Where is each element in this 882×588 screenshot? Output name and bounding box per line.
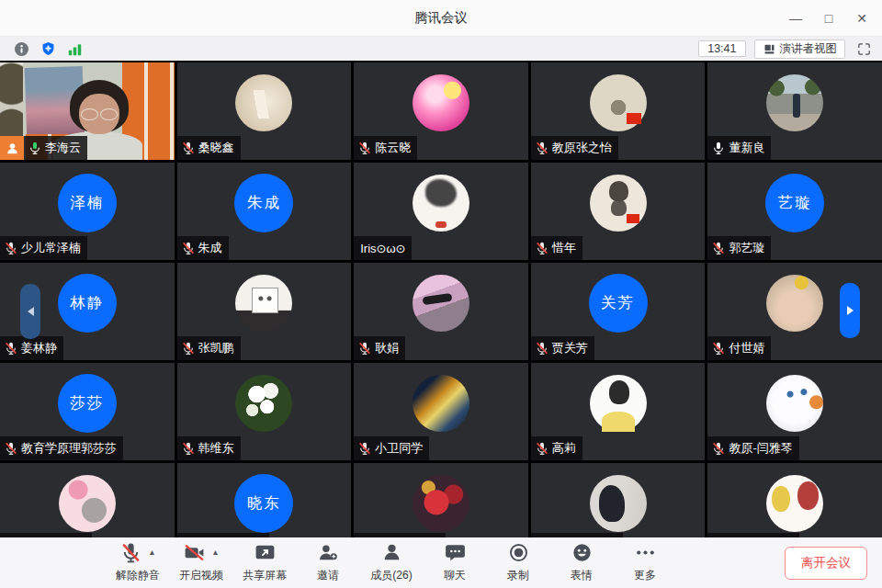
mic-muted-icon (357, 141, 372, 155)
mic-muted-icon (357, 441, 372, 456)
avatar (590, 475, 647, 532)
share-screen-button[interactable]: 共享屏幕 (239, 542, 290, 583)
emoji-button[interactable]: 表情 (556, 542, 607, 583)
participant-tile[interactable] (0, 463, 175, 537)
record-icon (507, 541, 530, 568)
participant-name: 朱成 (198, 240, 222, 256)
name-label-row: 高莉 (531, 436, 582, 460)
participant-name: 教育学原理郭莎莎 (21, 440, 117, 457)
info-icon[interactable] (13, 40, 30, 58)
security-shield-icon[interactable] (40, 40, 57, 58)
unmute-label: 解除静音 (116, 568, 160, 583)
name-label-row: 朱成 (177, 236, 229, 260)
start-video-button[interactable]: ▲开启视频 (175, 542, 227, 583)
avatar (590, 74, 647, 131)
members-button[interactable]: 成员(26) (366, 542, 417, 583)
avatar (413, 275, 469, 332)
name-label-row: 教原张之怡 (531, 136, 618, 160)
participant-tile[interactable]: 教原张之怡 (531, 62, 706, 160)
more-button[interactable]: 更多 (619, 542, 671, 583)
participant-tile[interactable]: 泽楠少儿常泽楠 (0, 163, 175, 260)
participant-tile[interactable]: 晓东 (177, 463, 352, 537)
name-label-row: 李海云 (0, 136, 87, 160)
top-toolbar: 13:41 演讲者视图 (0, 37, 882, 61)
participant-name: 陈云晓 (375, 140, 411, 156)
participant-tile[interactable]: 莎莎教育学原理郭莎莎 (0, 363, 175, 460)
avatar (590, 375, 647, 432)
maximize-button[interactable]: □ (812, 0, 845, 36)
participant-name: 姜林静 (21, 340, 57, 356)
topbar-right: 13:41 演讲者视图 (698, 40, 873, 59)
participant-tile[interactable]: 耿娟 (354, 263, 528, 360)
avatar (766, 375, 823, 432)
avatar (766, 275, 823, 332)
participant-tile[interactable]: 关芳贾关芳 (531, 263, 706, 360)
more-icon (634, 541, 657, 568)
participant-tile[interactable]: 张凯鹏 (177, 263, 352, 360)
meeting-window: 腾讯会议 — □ ✕ 13:41 演讲者视图 李海云桑 (0, 0, 882, 588)
avatar: 艺璇 (765, 174, 824, 232)
name-label-row: 教原-闫雅琴 (707, 436, 798, 460)
pager-next-button[interactable] (840, 283, 860, 338)
participant-tile[interactable]: 桑晓鑫 (177, 62, 352, 160)
name-label-row: 惜年 (531, 236, 582, 260)
participant-name: 耿娟 (375, 340, 399, 356)
mic-muted-icon (711, 241, 726, 255)
participant-tile[interactable] (531, 463, 706, 537)
participant-tile[interactable]: 高莉 (531, 363, 706, 460)
participant-tile[interactable]: 陈云晓 (354, 62, 528, 160)
chat-icon (444, 541, 467, 568)
start-video-options-caret[interactable]: ▲ (211, 548, 219, 557)
participant-tile[interactable]: 李海云 (0, 62, 175, 160)
window-title: 腾讯会议 (0, 9, 882, 27)
mic-muted-icon (535, 441, 549, 456)
mic-muted-icon (181, 141, 196, 155)
participant-name: 小卫同学 (375, 440, 423, 457)
chat-button[interactable]: 聊天 (429, 542, 481, 583)
chat-label: 聊天 (444, 568, 466, 583)
participant-tile[interactable] (707, 463, 882, 537)
participant-name: 付世婧 (729, 340, 764, 356)
avatar: 朱成 (234, 174, 293, 232)
participant-tile[interactable]: 教原-闫雅琴 (707, 363, 882, 460)
video-grid: 李海云桑晓鑫陈云晓教原张之怡董新良泽楠少儿常泽楠朱成朱成Iris⊙ω⊙惜年艺璇郭… (0, 61, 882, 537)
close-button[interactable]: ✕ (845, 0, 878, 36)
speaker-view-button[interactable]: 演讲者视图 (754, 40, 846, 59)
participant-name: Iris⊙ω⊙ (360, 242, 405, 255)
record-button[interactable]: 录制 (492, 542, 544, 583)
participant-name: 董新良 (729, 140, 764, 156)
participant-tile[interactable]: 韩维东 (177, 363, 352, 460)
participant-tile[interactable]: 朱成朱成 (177, 163, 352, 260)
members-icon (380, 541, 403, 568)
minimize-button[interactable]: — (779, 0, 812, 36)
mic-muted-icon (4, 441, 18, 456)
participant-tile[interactable]: 董新良 (707, 62, 882, 160)
unmute-button[interactable]: ▲解除静音 (112, 542, 164, 583)
pager-previous-button[interactable] (20, 284, 40, 339)
speaker-view-label: 演讲者视图 (780, 41, 838, 57)
avatar (413, 475, 469, 532)
unmute-options-caret[interactable]: ▲ (148, 548, 155, 557)
leave-meeting-button[interactable]: 离开会议 (785, 547, 867, 580)
name-label-row: 董新良 (707, 136, 771, 160)
record-label: 录制 (507, 568, 529, 583)
network-signal-icon[interactable] (66, 40, 84, 58)
share-screen-icon (254, 541, 277, 568)
invite-button[interactable]: 邀请 (302, 542, 354, 583)
participant-name: 郭艺璇 (729, 240, 764, 256)
avatar (590, 175, 647, 232)
participant-tile[interactable]: 艺璇郭艺璇 (707, 163, 882, 260)
host-badge-icon (0, 136, 24, 160)
members-label: 成员(26) (370, 568, 412, 583)
participant-tile[interactable]: 惜年 (531, 163, 706, 260)
name-label-row: 姜林静 (0, 336, 63, 360)
name-label-row: 陈云晓 (354, 136, 417, 160)
meeting-timer: 13:41 (698, 40, 745, 57)
avatar (766, 74, 823, 131)
share-screen-label: 共享屏幕 (243, 568, 287, 583)
fullscreen-icon[interactable] (855, 40, 873, 58)
participant-tile[interactable]: 小卫同学 (354, 363, 528, 460)
avatar (235, 275, 292, 332)
participant-tile[interactable]: Iris⊙ω⊙ (354, 163, 528, 260)
participant-tile[interactable] (354, 463, 528, 537)
